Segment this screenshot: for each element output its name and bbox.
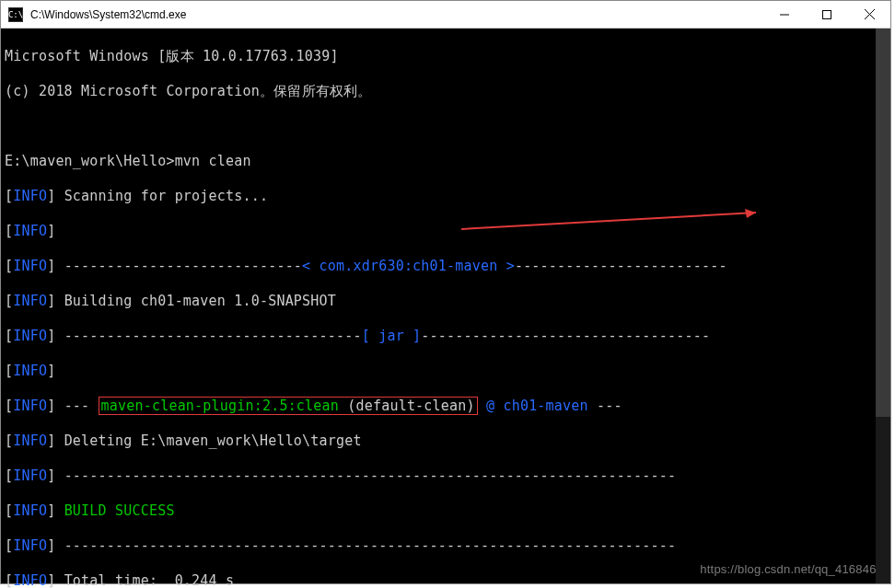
terminal-line: [INFO] <box>5 363 887 380</box>
window-controls <box>763 1 890 28</box>
vertical-scrollbar[interactable] <box>876 29 890 583</box>
terminal-line: [INFO] Building ch01-maven 1.0-SNAPSHOT <box>5 293 887 310</box>
cmd-window: C:\ C:\Windows\System32\cmd.exe Microsof… <box>0 0 891 584</box>
scrollbar-thumb[interactable] <box>876 29 890 417</box>
terminal-line: [INFO] Scanning for projects... <box>5 188 887 205</box>
terminal-line: [INFO] ----------------------------< com… <box>5 258 887 275</box>
terminal-line: [INFO] ---------------------------------… <box>5 467 887 485</box>
terminal-line: [INFO] ---------------------------------… <box>5 328 887 345</box>
terminal-line: [INFO] ---------------------------------… <box>5 537 887 555</box>
svg-rect-1 <box>823 10 831 18</box>
terminal-line <box>5 118 887 135</box>
window-title: C:\Windows\System32\cmd.exe <box>29 8 763 21</box>
watermark-text: https://blog.csdn.net/qq_4168462 <box>700 560 883 578</box>
highlighted-plugin: maven-clean-plugin:2.5:clean (default-cl… <box>99 397 478 415</box>
terminal-line: (c) 2018 Microsoft Corporation。保留所有权利。 <box>5 83 887 100</box>
terminal-line: [INFO] Deleting E:\maven_work\Hello\targ… <box>5 432 887 450</box>
maximize-button[interactable] <box>806 1 848 28</box>
terminal-line: E:\maven_work\Hello>mvn clean <box>5 153 887 170</box>
svg-marker-5 <box>745 209 756 218</box>
titlebar[interactable]: C:\ C:\Windows\System32\cmd.exe <box>1 1 890 29</box>
terminal-area[interactable]: Microsoft Windows [版本 10.0.17763.1039] (… <box>1 29 890 583</box>
minimize-button[interactable] <box>763 1 806 28</box>
terminal-line: [INFO] BUILD SUCCESS <box>5 502 887 520</box>
cmd-icon: C:\ <box>8 7 23 22</box>
terminal-line: [INFO] <box>5 223 887 240</box>
close-button[interactable] <box>848 1 890 28</box>
terminal-line: [INFO] --- maven-clean-plugin:2.5:clean … <box>5 398 887 415</box>
terminal-line: Microsoft Windows [版本 10.0.17763.1039] <box>5 48 887 65</box>
